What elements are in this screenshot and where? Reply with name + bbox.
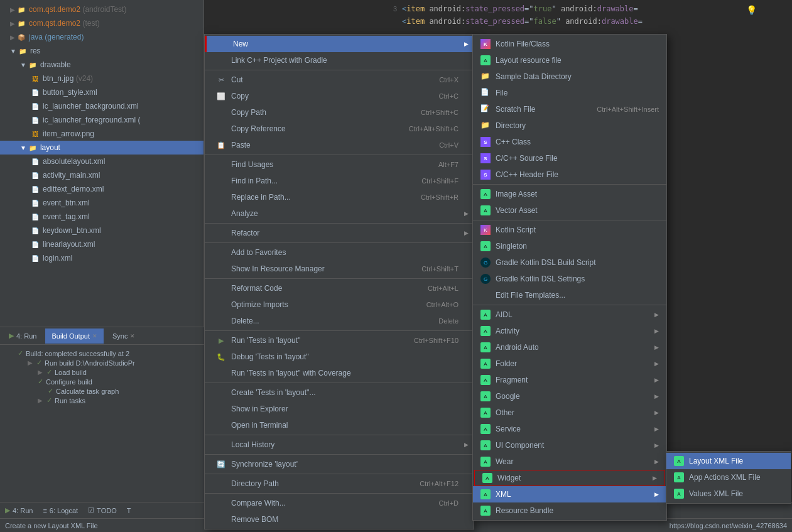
menu-item-create-tests[interactable]: Create 'Tests in 'layout''... [205, 384, 474, 401]
menu-item-add-favorites[interactable]: Add to Favorites [205, 244, 474, 261]
toolbar-t[interactable]: T [127, 507, 131, 514]
submenu-android-auto[interactable]: A Android Auto ▶ [473, 339, 666, 356]
menu-item-directory-path[interactable]: Directory Path Ctrl+Alt+F12 [205, 475, 474, 492]
tree-item-event-btn[interactable]: 📄 event_btn.xml [0, 196, 203, 210]
submenu-image-asset[interactable]: A Image Asset [473, 186, 666, 202]
menu-item-find-usages[interactable]: Find Usages Alt+F7 [205, 156, 474, 173]
submenu-singleton[interactable]: A Singleton [473, 238, 666, 254]
close-icon[interactable]: ✕ [92, 333, 97, 339]
submenu-activity[interactable]: A Activity ▶ [473, 323, 666, 339]
submenu-file[interactable]: 📄 File [473, 85, 666, 101]
submenu-edit-templates[interactable]: Edit File Templates... [473, 287, 666, 303]
submenu-folder[interactable]: A Folder ▶ [473, 356, 666, 372]
menu-item-analyze[interactable]: Analyze [205, 205, 474, 222]
tree-item-edittext-demo[interactable]: 📄 edittext_demo.xml [0, 182, 203, 196]
tab-build-label: Build Output [52, 332, 90, 340]
android-icon: A [480, 55, 491, 65]
tree-item-button-style[interactable]: 📄 button_style.xml [0, 85, 203, 99]
toolbar-todo[interactable]: ☑ TODO [88, 506, 117, 514]
tree-item-absolutelayout[interactable]: 📄 absolutelayout.xml [0, 155, 203, 168]
menu-item-remove-bom[interactable]: Remove BOM [205, 511, 474, 528]
menu-item-replace-path[interactable]: Replace in Path... Ctrl+Shift+R [205, 189, 474, 205]
menu-item-delete[interactable]: Delete... Delete [205, 313, 474, 329]
submenu-xml[interactable]: A XML ▶ [473, 486, 666, 502]
menu-item-synchronize[interactable]: 🔄 Synchronize 'layout' [205, 456, 474, 472]
submenu-widget[interactable]: A Widget ▶ [474, 470, 665, 486]
tree-item-event-tag[interactable]: 📄 event_tag.xml [0, 210, 203, 224]
xml-layout-file[interactable]: A Layout XML File [666, 453, 791, 469]
tree-item-btn-n[interactable]: 🖼 btn_n.jpg (v24) [0, 72, 203, 85]
menu-item-paste[interactable]: 📋 Paste Ctrl+V [205, 137, 474, 153]
tree-item-java-generated[interactable]: ▶ 📦 java (generated) [0, 30, 203, 44]
tree-item-item-arrow[interactable]: 🖼 item_arrow.png [0, 127, 203, 141]
submenu-directory[interactable]: 📁 Directory [473, 117, 666, 134]
tab-build-output[interactable]: Build Output ✕ [45, 328, 104, 344]
submenu-kotlin-file[interactable]: K Kotlin File/Class [473, 36, 666, 52]
menu-item-debug-tests[interactable]: 🐛 Debug 'Tests in 'layout'' [205, 349, 474, 365]
tree-item-activity-main[interactable]: 📄 activity_main.xml [0, 168, 203, 182]
tree-item-com-android[interactable]: ▶ 📁 com.qst.demo2 (androidTest) [0, 3, 203, 16]
xml-values-file[interactable]: A Values XML File [666, 486, 791, 502]
tab-sync[interactable]: Sync ✕ [106, 328, 141, 344]
run-build-label: Run build D:\AndroidStudioPr [45, 359, 135, 367]
tree-item-res[interactable]: ▼ 📁 res [0, 44, 203, 58]
submenu-wear[interactable]: A Wear ▶ [473, 453, 666, 470]
todo-label: TODO [97, 507, 117, 514]
menu-item-copy[interactable]: ⬜ Copy Ctrl+C [205, 88, 474, 104]
debug-tests-icon: 🐛 [215, 353, 227, 361]
tree-item-ic-launcher-bg[interactable]: 📄 ic_launcher_background.xml [0, 99, 203, 113]
menu-item-show-explorer[interactable]: Show in Explorer [205, 401, 474, 417]
menu-run-coverage-label: Run 'Tests in 'layout'' with Coverage [231, 369, 351, 377]
menu-item-copy-ref[interactable]: Copy Reference Ctrl+Alt+Shift+C [205, 121, 474, 137]
menu-item-run-tests[interactable]: ▶ Run 'Tests in 'layout'' Ctrl+Shift+F10 [205, 332, 474, 349]
menu-item-cut[interactable]: ✂ Cut Ctrl+X [205, 72, 474, 88]
menu-item-open-terminal[interactable]: Open in Terminal [205, 417, 474, 433]
menu-item-optimize-imports[interactable]: Optimize Imports Ctrl+Alt+O [205, 296, 474, 313]
submenu-layout-resource[interactable]: A Layout resource file [473, 52, 666, 68]
toolbar-logcat[interactable]: ≡ 6: Logcat [43, 507, 78, 514]
tab-run[interactable]: ▶ 4: Run [3, 328, 43, 344]
submenu-resource-bundle[interactable]: A Resource Bundle [473, 502, 666, 519]
android-singleton-icon: A [480, 241, 491, 251]
submenu-gradle-build[interactable]: G Gradle Kotlin DSL Build Script [473, 254, 666, 271]
submenu-aidl[interactable]: A AIDL ▶ [473, 307, 666, 323]
submenu-scratch-file[interactable]: 📝 Scratch File Ctrl+Alt+Shift+Insert [473, 101, 666, 117]
submenu-kotlin-script[interactable]: K Kotlin Script [473, 222, 666, 238]
menu-item-local-history[interactable]: Local History [205, 437, 474, 453]
menu-item-new[interactable]: New [205, 36, 474, 52]
submenu-other[interactable]: A Other ▶ [473, 404, 666, 421]
tree-item-com-test[interactable]: ▶ 📁 com.qst.demo2 (test) [0, 16, 203, 30]
submenu-sample-data[interactable]: 📁 Sample Data Directory [473, 68, 666, 85]
menu-item-refactor[interactable]: Refactor [205, 225, 474, 241]
close-icon[interactable]: ✕ [130, 333, 135, 339]
xml-app-actions[interactable]: A App Actions XML File [666, 469, 791, 486]
menu-item-run-coverage[interactable]: Run 'Tests in 'layout'' with Coverage [205, 365, 474, 381]
submenu-cpp-class[interactable]: S C++ Class [473, 134, 666, 150]
submenu-service[interactable]: A Service ▶ [473, 421, 666, 437]
menu-item-copy-path[interactable]: Copy Path Ctrl+Shift+C [205, 104, 474, 121]
menu-item-show-resource-mgr[interactable]: Show In Resource Manager Ctrl+Shift+T [205, 261, 474, 277]
tree-item-drawable[interactable]: ▼ 📁 drawable [0, 58, 203, 72]
gradle-settings-icon: G [480, 274, 491, 284]
submenu-gradle-settings[interactable]: G Gradle Kotlin DSL Settings [473, 271, 666, 287]
submenu-cpp-header[interactable]: S C/C++ Header File [473, 166, 666, 183]
menu-item-compare-with[interactable]: Compare With... Ctrl+D [205, 495, 474, 511]
submenu-fragment[interactable]: A Fragment ▶ [473, 372, 666, 388]
tree-item-keydown-btn[interactable]: 📄 keydown_btn.xml [0, 224, 203, 237]
tree-item-login[interactable]: 📄 login.xml [0, 251, 203, 265]
submenu-cpp-source[interactable]: S C/C++ Source File [473, 150, 666, 166]
tree-item-linearlayout[interactable]: 📄 linearlayout.xml [0, 237, 203, 251]
menu-item-find-path[interactable]: Find in Path... Ctrl+Shift+F [205, 173, 474, 189]
submenu-google[interactable]: A Google ▶ [473, 388, 666, 404]
toolbar-run[interactable]: ▶ 4: Run [5, 506, 33, 514]
arrow-icon: ▶ [38, 369, 43, 376]
tree-item-ic-launcher-fg[interactable]: 📄 ic_launcher_foreground.xml ( [0, 113, 203, 127]
menu-new-label: New [233, 40, 248, 48]
menu-item-link-cpp[interactable]: Link C++ Project with Gradle [205, 52, 474, 68]
submenu-vector-asset[interactable]: A Vector Asset [473, 202, 666, 219]
delete-shortcut: Delete [438, 317, 458, 325]
fragment-label: Fragment [496, 376, 528, 384]
menu-item-reformat[interactable]: Reformat Code Ctrl+Alt+L [205, 280, 474, 296]
submenu-ui-component[interactable]: A UI Component ▶ [473, 437, 666, 453]
tree-item-layout[interactable]: ▼ 📁 layout [0, 141, 203, 155]
